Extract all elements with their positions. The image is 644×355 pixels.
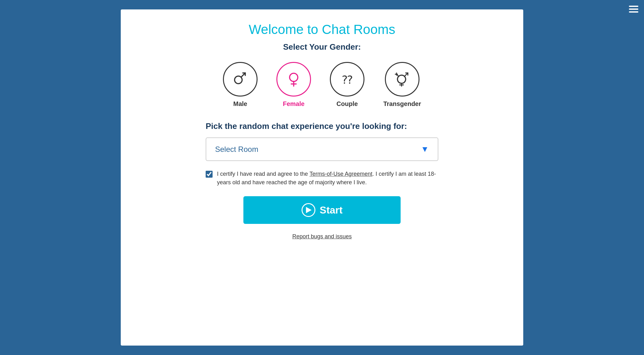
gender-option-female[interactable]: Female bbox=[276, 62, 311, 108]
gender-label-couple: Couple bbox=[336, 100, 358, 108]
hamburger-line-3 bbox=[629, 11, 638, 13]
select-room-dropdown[interactable]: Select Room ▼ bbox=[206, 137, 438, 161]
page-title: Welcome to Chat Rooms bbox=[249, 22, 395, 37]
terms-text: I certify I have read and agree to the T… bbox=[217, 170, 438, 187]
gender-circle-transgender bbox=[385, 62, 419, 97]
page-wrapper: Welcome to Chat Rooms Select Your Gender… bbox=[102, 0, 542, 355]
report-bugs-section: Report bugs and issues bbox=[292, 233, 352, 240]
chevron-down-icon: ▼ bbox=[421, 144, 429, 154]
svg-line-11 bbox=[404, 73, 408, 76]
gender-circle-male bbox=[223, 62, 258, 97]
content-center: Welcome to Chat Rooms Select Your Gender… bbox=[140, 22, 504, 240]
experience-label: Pick the random chat experience you're l… bbox=[206, 121, 438, 131]
gender-circle-female bbox=[276, 62, 311, 97]
start-button[interactable]: Start bbox=[243, 196, 401, 224]
gender-label-female: Female bbox=[283, 100, 305, 108]
male-symbol-icon bbox=[231, 70, 249, 88]
gender-option-couple[interactable]: ⁇ Couple bbox=[330, 62, 364, 108]
gender-option-male[interactable]: Male bbox=[223, 62, 258, 108]
start-button-label: Start bbox=[320, 204, 343, 216]
couple-symbol-icon: ⁇ bbox=[338, 70, 357, 88]
gender-label-transgender: Transgender bbox=[383, 100, 421, 108]
gender-label-male: Male bbox=[233, 100, 247, 108]
svg-line-1 bbox=[241, 73, 245, 77]
female-symbol-icon bbox=[285, 70, 303, 88]
main-card: Welcome to Chat Rooms Select Your Gender… bbox=[121, 9, 523, 346]
select-room-text: Select Room bbox=[215, 145, 258, 154]
svg-point-4 bbox=[290, 73, 298, 81]
svg-text:⁇: ⁇ bbox=[342, 73, 352, 86]
terms-row: I certify I have read and agree to the T… bbox=[206, 170, 438, 187]
report-bugs-link[interactable]: Report bugs and issues bbox=[292, 233, 352, 240]
hamburger-line-1 bbox=[629, 6, 638, 7]
terms-text-before: I certify I have read and agree to the bbox=[217, 171, 309, 177]
gender-circle-couple: ⁇ bbox=[330, 62, 364, 97]
terms-of-use-link[interactable]: Terms-of-Use Agreement bbox=[309, 171, 372, 177]
gender-option-transgender[interactable]: Transgender bbox=[383, 62, 421, 108]
gender-row: Male Female bbox=[223, 62, 421, 108]
play-icon bbox=[302, 203, 315, 217]
terms-checkbox[interactable] bbox=[206, 171, 213, 178]
hamburger-menu[interactable] bbox=[629, 6, 638, 13]
play-triangle bbox=[306, 207, 312, 213]
gender-section-label: Select Your Gender: bbox=[283, 42, 361, 52]
hamburger-line-2 bbox=[629, 8, 638, 10]
transgender-symbol-icon bbox=[393, 70, 412, 89]
